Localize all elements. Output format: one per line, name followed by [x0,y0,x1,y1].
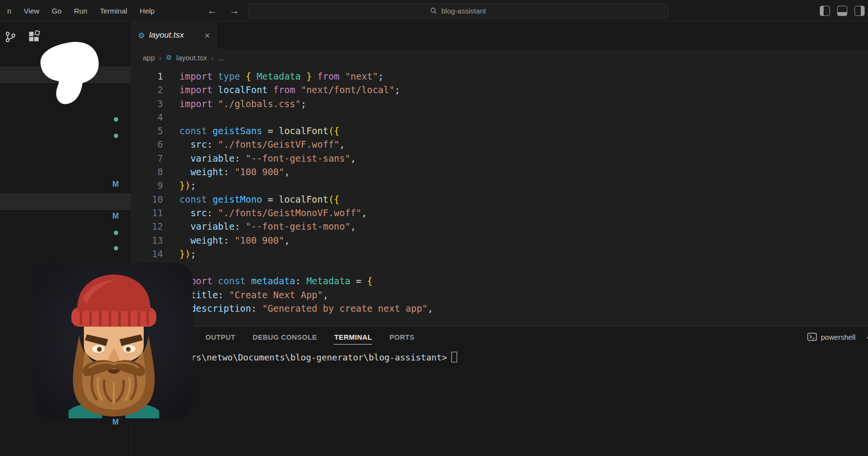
git-status-dot [114,231,118,235]
code-line: 14}); [131,247,868,261]
white-blob-overlay [39,41,102,108]
menu-item-terminal[interactable]: Terminal [94,7,134,15]
line-text: src: "./fonts/GeistMonoVF.woff", [163,206,367,220]
git-modified-badge: M [112,212,119,221]
line-text: src: "./fonts/GeistVF.woff", [163,138,345,151]
breadcrumb-file[interactable]: layout.tsx [176,54,207,62]
line-text: import localFont from "next/font/local"; [163,83,400,97]
line-number: 9 [131,179,163,192]
code-line: 9}); [131,179,868,192]
code-line: 13 weight: "100 900", [131,234,868,247]
menu-item-help[interactable]: Help [134,7,161,15]
line-number: 5 [131,124,163,138]
toggle-secondary-sidebar-icon[interactable] [854,6,865,16]
panel-tab-output[interactable]: OUTPUT [205,331,236,344]
code-line: 16export const metadata: Metadata = { [131,274,868,288]
line-text: export const metadata: Metadata = { [163,274,372,288]
code-line: 6 src: "./fonts/GeistVF.woff", [131,138,868,151]
git-modified-badge: M [112,418,119,427]
line-text: import type { Metadata } from "next"; [163,69,383,83]
menu-item-run[interactable]: Run [68,7,94,15]
vscode-window: nViewGoRunTerminalHelp ← → blog-assistan… [0,0,868,456]
tab-layout-tsx[interactable]: ⚙ layout.tsx × [131,22,217,49]
terminal-prompt-text: rs\netwo\Documents\blog-generator\blog-a… [191,352,447,362]
code-line: 18 description: "Generated by create nex… [131,302,868,315]
code-line: 2import localFont from "next/font/local"… [131,83,868,97]
code-line: 4 [131,111,868,124]
git-modified-badge: M [112,180,119,189]
toggle-sidebar-icon[interactable] [820,6,830,16]
editor-group: ⚙ layout.tsx × app › ⚙ layout.tsx › ... … [131,22,868,326]
chevron-right-icon: › [211,54,214,62]
line-number: 11 [131,206,163,220]
git-status-dot [114,134,118,138]
code-line: 7 variable: "--font-geist-sans", [131,152,868,165]
menu-item-go[interactable]: Go [46,7,68,15]
activity-icons [4,30,41,43]
tab-close-icon[interactable]: × [204,31,210,40]
menu-bar: nViewGoRunTerminalHelp [1,0,161,22]
code-line: 5const geistSans = localFont({ [131,124,868,138]
panel-tab-terminal[interactable]: TERMINAL [334,331,372,345]
git-status-dot [114,117,118,122]
line-text: const geistMono = localFont({ [163,193,339,206]
code-line: 8 weight: "100 900", [131,165,868,179]
tsx-file-icon: ⚙ [138,31,145,40]
line-text: weight: "100 900", [163,165,290,179]
tsx-file-icon: ⚙ [166,54,172,61]
tab-label: layout.tsx [149,30,184,40]
layout-toggle-icons [820,6,865,16]
line-number: 12 [131,220,163,233]
breadcrumb: app › ⚙ layout.tsx › ... [131,49,868,66]
line-number: 10 [131,193,163,206]
code-line: 1import type { Metadata } from "next"; [131,69,868,83]
source-control-icon[interactable] [4,30,17,43]
terminal-shell-selector[interactable]: powershell [807,332,855,342]
line-number: 4 [131,111,163,124]
breadcrumb-symbol[interactable]: ... [218,54,224,62]
panel-tab-ports[interactable]: PORTS [389,331,415,344]
line-text: }); [163,179,196,192]
code-line: 11 src: "./fonts/GeistMonoVF.woff", [131,206,868,220]
search-icon [430,7,437,14]
sidebar-list-item[interactable] [0,193,131,210]
line-text: const geistSans = localFont({ [163,124,339,138]
code-line: 3import "./globals.css"; [131,97,868,111]
title-bar: nViewGoRunTerminalHelp ← → blog-assistan… [0,0,868,22]
code-line: 17 title: "Create Next App", [131,288,868,302]
line-number: 2 [131,83,163,97]
code-line: 15 [131,261,868,274]
line-text: variable: "--font-geist-sans", [163,152,356,165]
panel-tab-debug-console[interactable]: DEBUG CONSOLE [252,331,317,344]
search-text: blog-assistant [441,7,486,15]
line-number: 14 [131,247,163,261]
panel-tab-bar: OUTPUTDEBUG CONSOLETERMINALPORTS [205,327,415,348]
new-terminal-icon[interactable]: + [866,332,868,344]
line-number: 6 [131,138,163,151]
line-text: weight: "100 900", [163,234,290,247]
line-text [163,111,179,124]
line-text: import "./globals.css"; [163,97,306,111]
powershell-icon [807,332,817,342]
bottom-panel: OUTPUTDEBUG CONSOLETERMINALPORTS powersh… [131,326,868,456]
menu-item-view[interactable]: View [17,7,45,15]
menu-item-n[interactable]: n [1,7,17,15]
code-area[interactable]: 1import type { Metadata } from "next";2i… [131,66,868,326]
git-status-dot [114,246,118,250]
code-line: 12 variable: "--font-geist-mono", [131,220,868,233]
command-center-search[interactable]: blog-assistant [248,3,668,18]
line-number: 1 [131,69,163,83]
line-text: description: "Generated by create next a… [163,302,433,315]
chevron-right-icon: › [159,54,162,62]
line-number: 13 [131,234,163,247]
breadcrumb-app[interactable]: app [143,54,155,62]
code-line: 10const geistMono = localFont({ [131,193,868,206]
lumberjack-avatar-image [35,263,193,418]
forward-arrow-icon[interactable]: → [230,5,239,16]
line-number: 3 [131,97,163,111]
back-arrow-icon[interactable]: ← [207,5,217,16]
editor-tab-bar: ⚙ layout.tsx × [131,22,868,49]
shell-label: powershell [821,333,855,341]
toggle-panel-icon[interactable] [837,6,847,16]
terminal-prompt-line[interactable]: rs\netwo\Documents\blog-generator\blog-a… [191,352,457,362]
